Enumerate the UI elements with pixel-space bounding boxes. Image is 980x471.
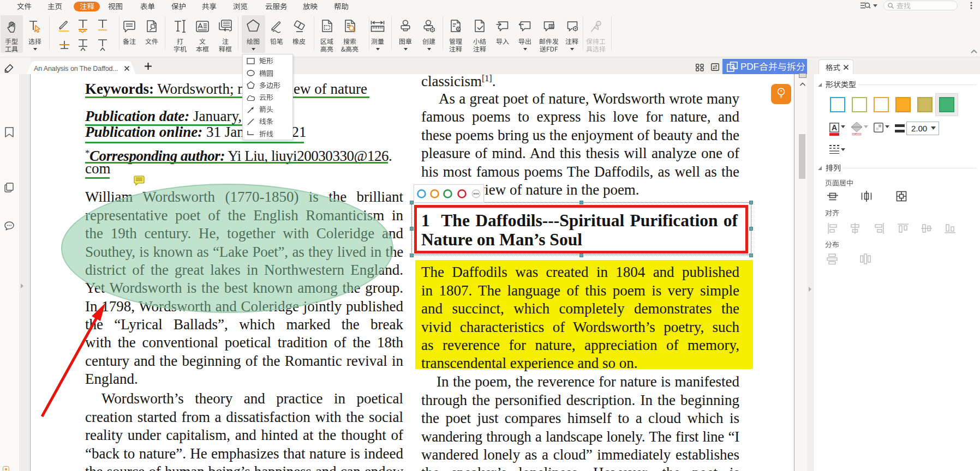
svg-text:A: A xyxy=(832,123,837,132)
